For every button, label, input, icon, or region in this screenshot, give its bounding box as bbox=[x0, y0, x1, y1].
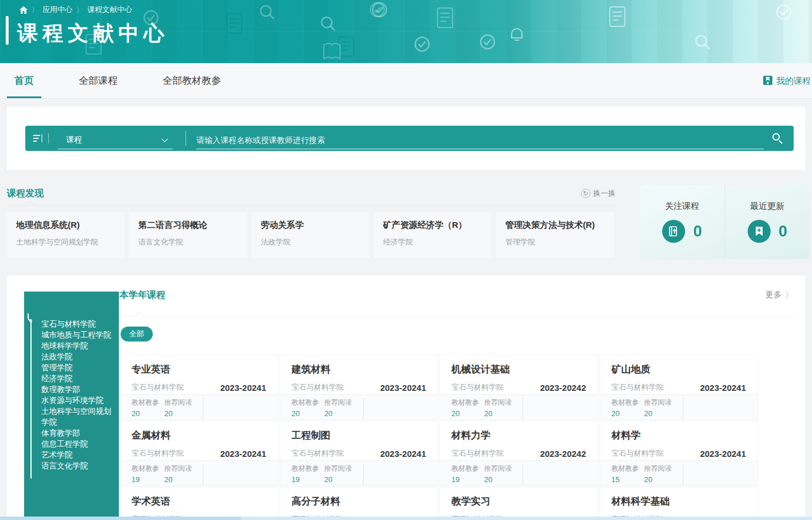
course-card[interactable]: 专业英语 宝石与材料学院 2023-20241 教材教参 20 推荐阅读 20 bbox=[119, 355, 279, 420]
course-discovery-section: 课程发现 ↻ 换一换 地理信息系统(R) 土地科学与空间规划学院 第二语言习得概… bbox=[7, 185, 616, 258]
college-item[interactable]: 信息工程学院 bbox=[41, 438, 117, 449]
page-title: 课程文献中心 bbox=[17, 20, 169, 48]
search-icon[interactable] bbox=[772, 133, 783, 144]
course-title: 材料学 bbox=[612, 429, 747, 442]
college-item[interactable]: 土地科学与空间规划学院 bbox=[41, 406, 117, 428]
reading-count: 20 bbox=[484, 475, 517, 484]
college-item[interactable]: 管理学院 bbox=[41, 362, 117, 373]
reading-count: 20 bbox=[644, 475, 677, 484]
discovery-course-title: 劳动关系学 bbox=[261, 220, 360, 231]
home-icon[interactable] bbox=[20, 6, 28, 14]
tab-all-textbooks[interactable]: 全部教材教参 bbox=[155, 63, 229, 98]
followed-courses-stat[interactable]: 关注课程 0 bbox=[640, 185, 725, 259]
course-card[interactable]: 高分子材料 宝石与材料学院 2023-20242 教材教参 推荐阅读 bbox=[280, 487, 439, 520]
more-link[interactable]: 更多 〉 bbox=[765, 290, 794, 301]
banner: 〉 应用中心 〉 课程文献中心 课程文献中心 bbox=[0, 0, 812, 63]
reading-count: 20 bbox=[644, 409, 677, 418]
followed-course-icon bbox=[662, 220, 685, 243]
breadcrumb-app-center[interactable]: 应用中心 bbox=[42, 5, 72, 15]
course-grid: 专业英语 宝石与材料学院 2023-20241 教材教参 20 推荐阅读 20 … bbox=[119, 355, 758, 520]
breadcrumb-current: 课程文献中心 bbox=[87, 5, 132, 15]
discovery-course-college: 语言文化学院 bbox=[138, 237, 238, 247]
textbook-stat-label: 教材教参 bbox=[451, 398, 484, 408]
filter-icon[interactable] bbox=[33, 134, 42, 142]
course-card[interactable]: 矿山地质 宝石与材料学院 2023-20241 教材教参 20 推荐阅读 20 bbox=[600, 355, 759, 420]
scrollbar-thumb[interactable] bbox=[0, 517, 241, 520]
college-item[interactable]: 数理教学部 bbox=[41, 384, 117, 395]
discovery-card[interactable]: 第二语言习得概论 语言文化学院 bbox=[129, 212, 247, 258]
horizontal-scrollbar[interactable] bbox=[0, 517, 812, 520]
college-item[interactable]: 艺术学院 bbox=[41, 449, 117, 460]
course-term: 2023-20242 bbox=[540, 383, 586, 393]
course-card[interactable]: 材料科学基础 宝石与材料学院 2023-20241 教材教参 推荐阅读 bbox=[600, 487, 759, 520]
reading-count: 20 bbox=[164, 475, 197, 484]
discovery-card[interactable]: 劳动关系学 法政学院 bbox=[252, 212, 369, 258]
course-card[interactable]: 工程制图 宝石与材料学院 2023-20241 教材教参 19 推荐阅读 20 bbox=[280, 421, 439, 486]
course-term: 2023-20241 bbox=[220, 449, 266, 459]
tab-all-courses[interactable]: 全部课程 bbox=[71, 63, 125, 98]
filter-all-button[interactable]: 全部 bbox=[121, 327, 153, 342]
followed-courses-count: 0 bbox=[693, 223, 702, 240]
college-item[interactable]: 经济学院 bbox=[41, 373, 117, 384]
textbook-count: 19 bbox=[451, 475, 484, 484]
course-title: 材料力学 bbox=[451, 429, 586, 442]
course-college: 宝石与材料学院 bbox=[612, 448, 664, 459]
discovery-card[interactable]: 管理决策方法与技术(R) 管理学院 bbox=[496, 212, 614, 258]
course-card[interactable]: 金属材料 宝石与材料学院 2023-20241 教材教参 19 推荐阅读 20 bbox=[119, 421, 279, 486]
course-card[interactable]: 材料学 宝石与材料学院 2023-20241 教材教参 15 推荐阅读 20 bbox=[600, 421, 759, 486]
discovery-course-college: 法政学院 bbox=[261, 237, 360, 247]
divider bbox=[119, 316, 794, 317]
textbook-count: 19 bbox=[132, 475, 164, 484]
my-courses-icon bbox=[763, 75, 773, 87]
reading-count: 20 bbox=[324, 475, 357, 484]
reading-count: 20 bbox=[484, 409, 517, 418]
search-divider bbox=[48, 133, 49, 143]
tab-home[interactable]: 首页 bbox=[7, 63, 41, 98]
college-item[interactable]: 语言文化学院 bbox=[41, 460, 117, 471]
discovery-card-list: 地理信息系统(R) 土地科学与空间规划学院 第二语言习得概论 语言文化学院 劳动… bbox=[7, 212, 616, 258]
tab-bar: 首页 全部课程 全部教材教参 我的课程 bbox=[0, 63, 812, 99]
recent-updates-stat[interactable]: 最近更新 0 bbox=[725, 185, 810, 259]
discovery-card[interactable]: 矿产资源经济学（R） 经济学院 bbox=[374, 212, 492, 258]
course-title: 教学实习 bbox=[451, 495, 586, 508]
discovery-card[interactable]: 地理信息系统(R) 土地科学与空间规划学院 bbox=[7, 212, 125, 258]
my-courses-button[interactable]: 我的课程 bbox=[763, 63, 811, 99]
course-card-footer: 教材教参 19 推荐阅读 20 bbox=[440, 460, 598, 486]
reading-stat-label: 推荐阅读 bbox=[324, 464, 357, 474]
course-card-footer: 教材教参 20 推荐阅读 20 bbox=[120, 394, 278, 420]
more-label: 更多 bbox=[765, 290, 782, 300]
course-card[interactable]: 学术英语 宝石与材料学院 2023-20241 教材教参 推荐阅读 bbox=[119, 487, 279, 520]
course-college: 宝石与材料学院 bbox=[612, 382, 664, 393]
divider-notch bbox=[28, 201, 35, 209]
course-card[interactable]: 材料力学 宝石与材料学院 2023-20242 教材教参 19 推荐阅读 20 bbox=[439, 421, 598, 486]
reading-count: 20 bbox=[164, 409, 197, 418]
breadcrumb-separator: 〉 bbox=[76, 5, 83, 15]
discovery-course-title: 管理决策方法与技术(R) bbox=[505, 220, 605, 231]
textbook-stat-label: 教材教参 bbox=[292, 464, 324, 474]
reading-count: 20 bbox=[324, 409, 357, 418]
college-item[interactable]: 体育教学部 bbox=[41, 428, 117, 438]
course-card-footer: 教材教参 19 推荐阅读 20 bbox=[120, 460, 278, 486]
course-title: 机械设计基础 bbox=[451, 363, 586, 376]
refresh-icon: ↻ bbox=[581, 189, 590, 198]
course-card-footer: 教材教参 20 推荐阅读 20 bbox=[280, 394, 438, 420]
college-item[interactable]: 城市地质与工程学院 bbox=[41, 329, 117, 340]
refresh-button[interactable]: ↻ 换一换 bbox=[581, 188, 616, 199]
college-item[interactable]: 水资源与环境学院 bbox=[41, 395, 117, 406]
college-item[interactable]: 宝石与材料学院 bbox=[41, 319, 117, 329]
course-title: 矿山地质 bbox=[612, 363, 747, 376]
course-college: 宝石与材料学院 bbox=[292, 382, 344, 393]
textbook-count: 20 bbox=[132, 409, 164, 418]
course-title: 工程制图 bbox=[292, 429, 427, 442]
college-item[interactable]: 地球科学学院 bbox=[41, 340, 117, 351]
search-input[interactable] bbox=[196, 131, 764, 149]
search-bar: 课程 bbox=[25, 126, 794, 151]
course-card[interactable]: 机械设计基础 宝石与材料学院 2023-20242 教材教参 20 推荐阅读 2… bbox=[439, 355, 598, 420]
college-item[interactable]: 法政学院 bbox=[41, 351, 117, 362]
course-college: 宝石与材料学院 bbox=[292, 448, 344, 459]
course-card[interactable]: 建筑材料 宝石与材料学院 2023-20241 教材教参 20 推荐阅读 20 bbox=[280, 355, 439, 420]
textbook-count: 20 bbox=[451, 409, 484, 418]
course-card[interactable]: 教学实习 宝石与材料学院 2023-20242 教材教参 推荐阅读 bbox=[439, 487, 598, 520]
search-category-select[interactable]: 课程 bbox=[58, 131, 173, 149]
textbook-count: 20 bbox=[292, 409, 324, 418]
